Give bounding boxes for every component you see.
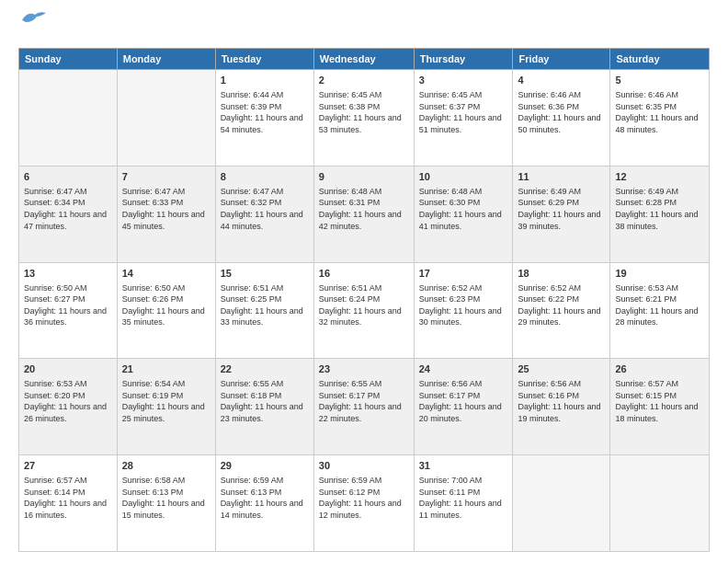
logo-bird-icon — [20, 9, 48, 29]
day-info: Sunrise: 6:57 AM Sunset: 6:14 PM Dayligh… — [24, 475, 112, 521]
day-info: Sunrise: 6:47 AM Sunset: 6:34 PM Dayligh… — [24, 186, 112, 232]
calendar-day: 27Sunrise: 6:57 AM Sunset: 6:14 PM Dayli… — [19, 455, 118, 552]
calendar-day: 14Sunrise: 6:50 AM Sunset: 6:26 PM Dayli… — [117, 262, 215, 359]
day-number: 17 — [419, 267, 508, 281]
day-info: Sunrise: 6:45 AM Sunset: 6:38 PM Dayligh… — [319, 89, 409, 135]
calendar-day: 16Sunrise: 6:51 AM Sunset: 6:24 PM Dayli… — [313, 262, 414, 359]
day-of-week-saturday: Saturday — [610, 49, 710, 70]
calendar-week-row: 27Sunrise: 6:57 AM Sunset: 6:14 PM Dayli… — [19, 455, 710, 552]
day-number: 12 — [615, 170, 704, 184]
calendar-day: 18Sunrise: 6:52 AM Sunset: 6:22 PM Dayli… — [513, 262, 610, 359]
day-number: 19 — [615, 267, 704, 281]
day-number: 11 — [518, 170, 605, 184]
calendar-day: 7Sunrise: 6:47 AM Sunset: 6:33 PM Daylig… — [117, 166, 215, 262]
day-number: 26 — [615, 362, 704, 376]
calendar-table: SundayMondayTuesdayWednesdayThursdayFrid… — [18, 48, 710, 552]
day-info: Sunrise: 6:57 AM Sunset: 6:15 PM Dayligh… — [615, 378, 704, 424]
day-info: Sunrise: 6:51 AM Sunset: 6:25 PM Dayligh… — [221, 282, 309, 328]
day-number: 7 — [122, 170, 210, 184]
calendar-day: 17Sunrise: 6:52 AM Sunset: 6:23 PM Dayli… — [414, 262, 513, 359]
day-number: 27 — [24, 459, 112, 473]
day-of-week-sunday: Sunday — [19, 49, 118, 70]
calendar-day: 20Sunrise: 6:53 AM Sunset: 6:20 PM Dayli… — [19, 359, 118, 455]
calendar-day: 8Sunrise: 6:47 AM Sunset: 6:32 PM Daylig… — [215, 166, 313, 262]
day-info: Sunrise: 6:50 AM Sunset: 6:27 PM Dayligh… — [24, 282, 112, 328]
calendar-day: 12Sunrise: 6:49 AM Sunset: 6:28 PM Dayli… — [610, 166, 710, 262]
day-number: 24 — [419, 362, 508, 376]
calendar-day: 19Sunrise: 6:53 AM Sunset: 6:21 PM Dayli… — [610, 262, 710, 359]
day-number: 2 — [319, 74, 409, 87]
day-info: Sunrise: 6:48 AM Sunset: 6:31 PM Dayligh… — [319, 186, 409, 232]
day-number: 28 — [122, 459, 210, 473]
calendar-day: 21Sunrise: 6:54 AM Sunset: 6:19 PM Dayli… — [117, 359, 215, 455]
day-info: Sunrise: 6:46 AM Sunset: 6:35 PM Dayligh… — [615, 89, 704, 135]
calendar-day: 6Sunrise: 6:47 AM Sunset: 6:34 PM Daylig… — [19, 166, 118, 262]
day-of-week-wednesday: Wednesday — [313, 49, 414, 70]
day-info: Sunrise: 6:59 AM Sunset: 6:12 PM Dayligh… — [319, 475, 409, 521]
calendar-week-row: 20Sunrise: 6:53 AM Sunset: 6:20 PM Dayli… — [19, 359, 710, 455]
calendar-day: 28Sunrise: 6:58 AM Sunset: 6:13 PM Dayli… — [117, 455, 215, 552]
day-of-week-friday: Friday — [513, 49, 610, 70]
calendar-day — [19, 70, 118, 167]
calendar-day: 11Sunrise: 6:49 AM Sunset: 6:29 PM Dayli… — [513, 166, 610, 262]
calendar-day: 4Sunrise: 6:46 AM Sunset: 6:36 PM Daylig… — [513, 70, 610, 167]
day-number: 18 — [518, 267, 605, 281]
calendar-header-row: SundayMondayTuesdayWednesdayThursdayFrid… — [19, 49, 710, 70]
day-of-week-tuesday: Tuesday — [215, 49, 313, 70]
day-info: Sunrise: 6:52 AM Sunset: 6:22 PM Dayligh… — [518, 282, 605, 328]
calendar-day: 10Sunrise: 6:48 AM Sunset: 6:30 PM Dayli… — [414, 166, 513, 262]
day-number: 16 — [319, 267, 409, 281]
day-info: Sunrise: 6:56 AM Sunset: 6:16 PM Dayligh… — [518, 378, 605, 424]
day-number: 14 — [122, 267, 210, 281]
page: SundayMondayTuesdayWednesdayThursdayFrid… — [0, 0, 728, 563]
day-info: Sunrise: 6:55 AM Sunset: 6:17 PM Dayligh… — [319, 378, 409, 424]
calendar-day: 13Sunrise: 6:50 AM Sunset: 6:27 PM Dayli… — [19, 262, 118, 359]
day-number: 9 — [319, 170, 409, 184]
day-number: 6 — [24, 170, 112, 184]
day-info: Sunrise: 6:47 AM Sunset: 6:33 PM Dayligh… — [122, 186, 210, 232]
day-number: 5 — [615, 74, 704, 87]
calendar-day: 31Sunrise: 7:00 AM Sunset: 6:11 PM Dayli… — [414, 455, 513, 552]
day-number: 8 — [221, 170, 309, 184]
day-info: Sunrise: 6:45 AM Sunset: 6:37 PM Dayligh… — [419, 89, 508, 135]
day-info: Sunrise: 6:59 AM Sunset: 6:13 PM Dayligh… — [221, 475, 309, 521]
day-info: Sunrise: 7:00 AM Sunset: 6:11 PM Dayligh… — [419, 475, 508, 521]
day-number: 30 — [319, 459, 409, 473]
header — [18, 17, 710, 39]
day-info: Sunrise: 6:53 AM Sunset: 6:21 PM Dayligh… — [615, 282, 704, 328]
day-of-week-monday: Monday — [117, 49, 215, 70]
calendar-day — [513, 455, 610, 552]
calendar-day — [117, 70, 215, 167]
day-number: 29 — [221, 459, 309, 473]
day-of-week-thursday: Thursday — [414, 49, 513, 70]
day-number: 22 — [221, 362, 309, 376]
day-number: 1 — [221, 74, 309, 87]
day-number: 15 — [221, 267, 309, 281]
day-number: 10 — [419, 170, 508, 184]
day-info: Sunrise: 6:53 AM Sunset: 6:20 PM Dayligh… — [24, 378, 112, 424]
day-number: 23 — [319, 362, 409, 376]
day-number: 31 — [419, 459, 508, 473]
day-info: Sunrise: 6:56 AM Sunset: 6:17 PM Dayligh… — [419, 378, 508, 424]
calendar-day: 9Sunrise: 6:48 AM Sunset: 6:31 PM Daylig… — [313, 166, 414, 262]
day-info: Sunrise: 6:51 AM Sunset: 6:24 PM Dayligh… — [319, 282, 409, 328]
day-info: Sunrise: 6:46 AM Sunset: 6:36 PM Dayligh… — [518, 89, 605, 135]
day-info: Sunrise: 6:44 AM Sunset: 6:39 PM Dayligh… — [221, 89, 309, 135]
calendar-week-row: 6Sunrise: 6:47 AM Sunset: 6:34 PM Daylig… — [19, 166, 710, 262]
day-info: Sunrise: 6:52 AM Sunset: 6:23 PM Dayligh… — [419, 282, 508, 328]
day-info: Sunrise: 6:50 AM Sunset: 6:26 PM Dayligh… — [122, 282, 210, 328]
calendar-day: 3Sunrise: 6:45 AM Sunset: 6:37 PM Daylig… — [414, 70, 513, 167]
day-info: Sunrise: 6:49 AM Sunset: 6:29 PM Dayligh… — [518, 186, 605, 232]
calendar-day — [610, 455, 710, 552]
calendar-day: 26Sunrise: 6:57 AM Sunset: 6:15 PM Dayli… — [610, 359, 710, 455]
logo — [18, 17, 48, 39]
calendar-day: 25Sunrise: 6:56 AM Sunset: 6:16 PM Dayli… — [513, 359, 610, 455]
calendar-week-row: 13Sunrise: 6:50 AM Sunset: 6:27 PM Dayli… — [19, 262, 710, 359]
calendar-day: 24Sunrise: 6:56 AM Sunset: 6:17 PM Dayli… — [414, 359, 513, 455]
day-info: Sunrise: 6:54 AM Sunset: 6:19 PM Dayligh… — [122, 378, 210, 424]
day-info: Sunrise: 6:49 AM Sunset: 6:28 PM Dayligh… — [615, 186, 704, 232]
day-number: 21 — [122, 362, 210, 376]
day-number: 3 — [419, 74, 508, 87]
calendar-week-row: 1Sunrise: 6:44 AM Sunset: 6:39 PM Daylig… — [19, 70, 710, 167]
day-number: 25 — [518, 362, 605, 376]
